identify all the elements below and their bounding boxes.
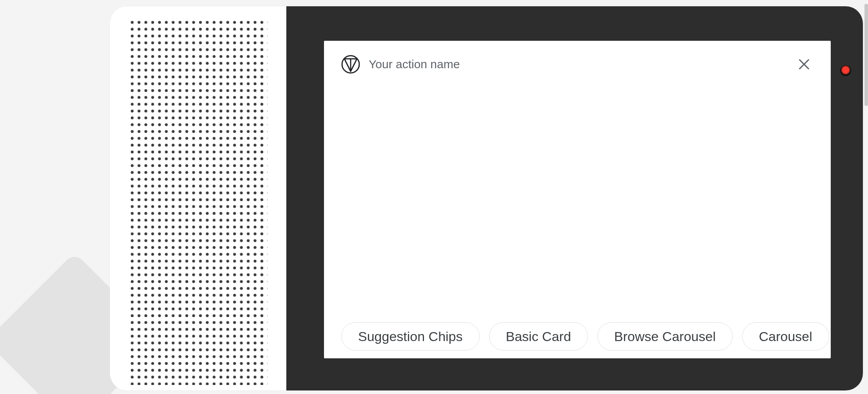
material-placeholder-icon <box>341 55 360 74</box>
svg-rect-1 <box>130 20 267 385</box>
action-title: Your action name <box>369 58 786 71</box>
scrollbar[interactable] <box>864 4 868 106</box>
suggestion-chips-row: Suggestion Chips Basic Card Browse Carou… <box>341 321 813 358</box>
stage: Your action name Suggestion Chips Basic … <box>0 0 868 394</box>
close-button[interactable] <box>795 55 813 74</box>
recording-led-icon <box>840 65 851 76</box>
chip-carousel[interactable]: Carousel <box>742 322 829 350</box>
speaker-grille-icon <box>130 20 271 389</box>
chip-browse-carousel[interactable]: Browse Carousel <box>597 322 733 350</box>
action-surface: Your action name Suggestion Chips Basic … <box>324 41 831 358</box>
action-header: Your action name <box>341 52 813 77</box>
close-icon <box>797 58 811 71</box>
chip-basic-card[interactable]: Basic Card <box>489 322 588 350</box>
action-body <box>341 77 813 321</box>
chip-suggestion-chips[interactable]: Suggestion Chips <box>341 322 480 350</box>
screen-bezel: Your action name Suggestion Chips Basic … <box>286 6 863 390</box>
device-shell: Your action name Suggestion Chips Basic … <box>110 6 863 390</box>
